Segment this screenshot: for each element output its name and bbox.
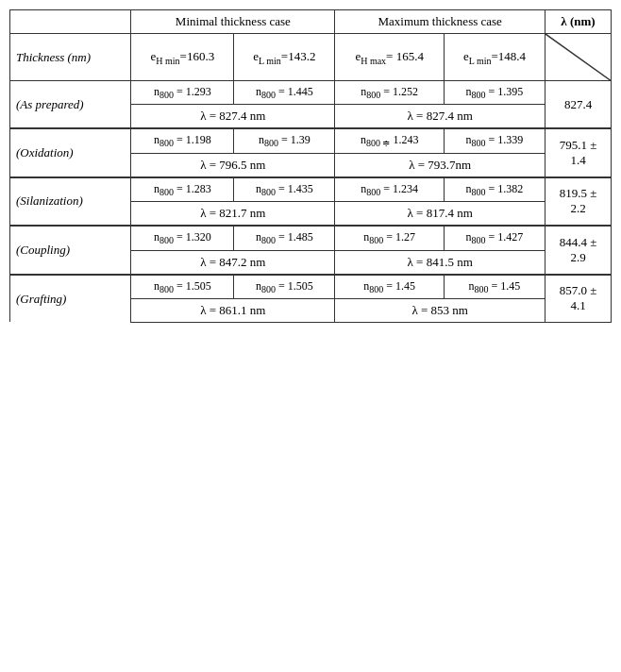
graft-min-n2: n800 = 1.505: [234, 275, 335, 299]
ox-min-lambda: λ = 796.5 nm: [131, 153, 335, 177]
lambda-symbol: λ (nm): [561, 14, 595, 28]
graft-min-n1: n800 = 1.505: [131, 275, 234, 299]
silanization-label: (Silanization): [10, 177, 131, 226]
coup-max-n1: n800 = 1.27: [335, 226, 445, 250]
eL-min-text: eL min=143.2: [253, 49, 315, 63]
main-table: Minimal thickness case Maximum thickness…: [9, 9, 612, 323]
graft-lambda-val: 857.0 ± 4.1: [545, 275, 612, 323]
coupling-n-row: (Coupling) n800 = 1.320 n800 = 1.485 n80…: [10, 226, 612, 250]
ox-min-n1: n800 = 1.198: [131, 128, 234, 153]
ox-min-n2: n800 = 1.39: [234, 128, 335, 153]
silanization-n-row: (Silanization) n800 = 1.283 n800 = 1.435…: [10, 177, 612, 202]
ap-min-n1: n800 = 1.293: [131, 81, 234, 105]
lambda-header: λ (nm): [545, 10, 612, 34]
eL-min2-text: eL min=148.4: [463, 49, 526, 63]
maximum-thickness-header: Maximum thickness case: [335, 10, 545, 34]
ap-max-lambda: λ = 827.4 nm: [335, 105, 545, 129]
eL-min-cell: eL min=143.2: [234, 34, 335, 81]
sil-max-n1: n800 = 1.234: [335, 177, 445, 202]
ox-max-lambda: λ = 793.7nm: [335, 153, 545, 177]
minimal-thickness-header: Minimal thickness case: [131, 10, 335, 34]
ap-max-n2: n800 = 1.395: [444, 81, 545, 105]
as-prepared-n-row: (As prepared) n800 = 1.293 n800 = 1.445 …: [10, 81, 612, 105]
ap-min-lambda: λ = 827.4 nm: [131, 105, 335, 129]
empty-header: [10, 10, 131, 34]
eH-min-text: eH min=160.3: [151, 49, 215, 63]
sil-min-lambda: λ = 821.7 nm: [131, 202, 335, 227]
coupling-label: (Coupling): [10, 226, 131, 274]
graft-min-lambda: λ = 861.1 nm: [131, 298, 335, 322]
ox-lambda-val: 795.1 ± 1.4: [545, 128, 612, 176]
ox-max-n2: n800 = 1.339: [444, 128, 545, 153]
graft-max-lambda: λ = 853 nm: [335, 298, 545, 322]
eH-max-text: eH max= 165.4: [355, 49, 424, 63]
coup-min-n1: n800 = 1.320: [131, 226, 234, 250]
eH-min-cell: eH min=160.3: [131, 34, 234, 81]
sil-max-lambda: λ = 817.4 nm: [335, 202, 545, 227]
svg-line-0: [545, 34, 611, 80]
thickness-label: Thickness (nm): [10, 34, 131, 81]
coup-max-n2: n800 = 1.427: [444, 226, 545, 250]
sil-lambda-val: 819.5 ± 2.2: [545, 177, 612, 226]
graft-max-n2: n800 = 1.45: [444, 275, 545, 299]
oxidation-label: (Oxidation): [10, 128, 131, 176]
as-prepared-label: (As prepared): [10, 81, 131, 129]
oxidation-n-row: (Oxidation) n800 = 1.198 n800 = 1.39 n80…: [10, 128, 612, 153]
coup-max-lambda: λ = 841.5 nm: [335, 250, 545, 275]
eL-min2-cell: eL min=148.4: [444, 34, 545, 81]
grafting-n-row: (Grafting) n800 = 1.505 n800 = 1.505 n80…: [10, 275, 612, 299]
ox-max-n1: n800 ≑ 1.243: [335, 128, 445, 153]
sil-min-n1: n800 = 1.283: [131, 177, 234, 202]
coup-min-lambda: λ = 847.2 nm: [131, 250, 335, 275]
graft-max-n1: n800 = 1.45: [335, 275, 445, 299]
ap-max-n1: n800 = 1.252: [335, 81, 445, 105]
ap-lambda-val: 827.4: [545, 81, 612, 129]
eH-max-cell: eH max= 165.4: [335, 34, 445, 81]
thickness-row: Thickness (nm) eH min=160.3 eL min=143.2…: [10, 34, 612, 81]
diagonal-cell: [545, 34, 612, 81]
coup-min-n2: n800 = 1.485: [234, 226, 335, 250]
grafting-label: (Grafting): [10, 275, 131, 323]
ap-min-n2: n800 = 1.445: [234, 81, 335, 105]
sil-max-n2: n800 = 1.382: [444, 177, 545, 202]
coup-lambda-val: 844.4 ± 2.9: [545, 226, 612, 274]
sil-min-n2: n800 = 1.435: [234, 177, 335, 202]
